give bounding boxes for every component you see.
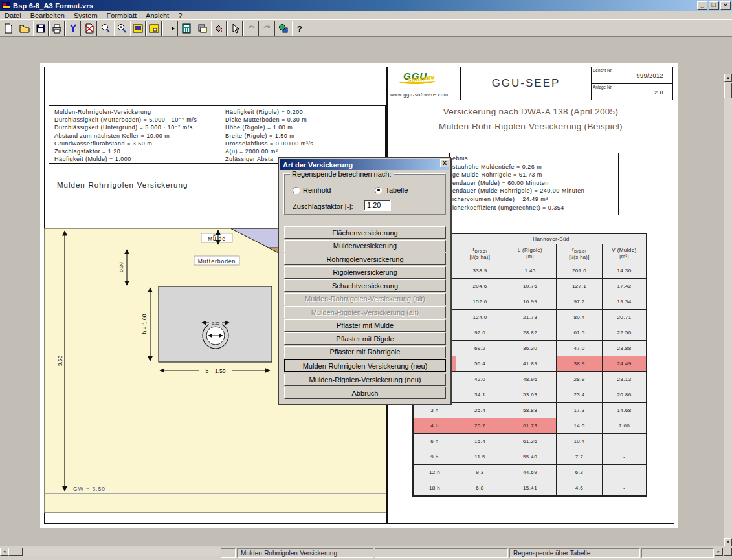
parameter-line-right-2: Höhe (Rigole) = 1.00 m (225, 124, 313, 131)
radio-tabelle[interactable]: Tabelle (375, 186, 408, 194)
redo-icon[interactable] (260, 21, 275, 36)
vertical-scrollbar-thumb[interactable] (724, 83, 732, 98)
table-cell-r8-c1: 34.1 (456, 387, 504, 402)
table-cell-r6-c2: 41.89 (504, 356, 556, 371)
print-icon[interactable] (49, 21, 65, 36)
table-cell-r1-c3: 127.1 (557, 279, 602, 294)
close-button[interactable]: × (720, 1, 731, 10)
minimize-button[interactable]: _ (697, 1, 707, 10)
svg-text:Mutterboden: Mutterboden (198, 258, 236, 264)
menu-datei[interactable]: Datei (0, 12, 26, 19)
horizontal-scrollbar[interactable]: ◄ (0, 548, 220, 556)
menu-bearbeiten[interactable]: Bearbeiten (26, 12, 69, 19)
toolbar: ? (0, 20, 732, 37)
scroll-up-icon[interactable]: ▲ (724, 74, 732, 82)
menu-system[interactable]: System (69, 12, 102, 19)
table-cell-r0-c1: 338.9 (456, 263, 504, 278)
report-header: GGU Software www.ggu-software.com GGU-SE… (387, 67, 673, 100)
dialog-button-mulden-rigolen-versickerung-neu-[interactable]: Mulden-Rigolen-Versickerung (neu) (284, 374, 446, 386)
factor-input[interactable]: 1.20 (364, 200, 391, 211)
radio-tabelle-circle[interactable] (375, 187, 382, 194)
maximize-button[interactable]: ❐ (709, 1, 719, 10)
dialog-button-pflaster-mit-mulde[interactable]: Pflaster mit Mulde (284, 319, 446, 332)
radio-reinhold[interactable]: Reinhold (293, 186, 331, 194)
dialog-button-muldenversickerung[interactable]: Muldenversickerung (284, 240, 446, 252)
radio-reinhold-label: Reinhold (303, 186, 331, 194)
settings-wrench-icon[interactable] (65, 21, 81, 36)
menu-help[interactable]: ? (173, 12, 186, 19)
dialog-button-abbruch[interactable]: Abbruch (284, 387, 446, 399)
table-cell-r4-c3: 61.5 (557, 325, 602, 340)
table-cell-r12-c0: 9 h (414, 449, 456, 464)
dialog-button-mulden-rohrrigolen-versickerung-alt-: Mulden-Rohrrigolen-Versickerung (alt) (284, 293, 446, 305)
table-cell-r13-c0: 12 h (414, 465, 456, 480)
scroll-right-icon[interactable]: ► (715, 548, 723, 556)
table-cell-r3-c3: 80.4 (557, 310, 602, 325)
table-cell-r9-c3: 17.3 (557, 403, 602, 418)
document-titles: Versickerung nach DWA-A 138 (April 2005)… (388, 107, 673, 131)
table-cell-r7-c4: 23.13 (603, 372, 646, 387)
table-column-header-2: rD(1.0)[l/(s·ha)] (557, 244, 602, 263)
open-folder-icon[interactable] (17, 21, 32, 36)
table-cell-r14-c3: 4.6 (557, 480, 602, 495)
zoom-in-icon[interactable] (114, 21, 129, 36)
undo-icon[interactable] (243, 21, 259, 36)
svg-text:Mulde: Mulde (208, 235, 226, 242)
title-bar: Bsp 6-8_A3 Format.vrs _ ❐ × (0, 0, 732, 11)
save-icon[interactable] (33, 21, 49, 36)
svg-text:0.26: 0.26 (212, 234, 216, 241)
results-box: ebnisstauhöhe Muldentiefe = 0.26 mge Mul… (449, 153, 619, 215)
dialog-title-text: Art der Versickerung (283, 161, 353, 169)
horizontal-scrollbar-thumb[interactable] (8, 548, 23, 556)
table-cell-r5-c3: 47.0 (557, 341, 602, 356)
next-arrow-icon[interactable] (162, 21, 178, 36)
table-cell-r3-c1: 124.0 (456, 310, 504, 325)
page-format-icon[interactable] (130, 21, 146, 36)
table-cell-r13-c2: 44.69 (504, 465, 556, 480)
dialog-button-rigolenversickerung[interactable]: Rigolenversickerung (284, 266, 446, 279)
dialog-button-list: FlächenversickerungMuldenversickerungRoh… (284, 226, 446, 400)
table-cell-r9-c0: 3 h (414, 403, 456, 418)
radio-tabelle-label: Tabelle (385, 186, 408, 194)
scroll-down-icon[interactable]: ▼ (724, 538, 732, 546)
pointer-icon[interactable] (227, 21, 243, 36)
vertical-scrollbar[interactable]: ▲ ▼ (724, 74, 732, 560)
page-miniature-icon[interactable] (146, 21, 162, 36)
table-cell-r0-c4: 14.30 (603, 263, 646, 278)
dialog-button-pflaster-mit-rigole[interactable]: Pflaster mit Rigole (284, 332, 446, 345)
dialog-button-pflaster-mit-rohrrigole[interactable]: Pflaster mit Rohrrigole (284, 346, 446, 358)
annex-number-label: Anlage Nr. (593, 85, 612, 89)
table-cell-r3-c4: 20.71 (603, 310, 646, 325)
fill-color-icon[interactable] (211, 21, 227, 36)
dialog-close-icon[interactable]: X (440, 159, 449, 167)
table-column-header-1: L (Rigole)[m] (504, 244, 556, 263)
copy-format-icon[interactable] (195, 21, 210, 36)
table-cell-r5-c4: 23.88 (603, 341, 646, 356)
table-cell-r14-c2: 15.41 (504, 480, 556, 495)
table-cell-r13-c1: 9.3 (456, 465, 504, 480)
table-cell-r6-c3: 38.9 (557, 356, 602, 371)
dialog-button-mulden-rohrrigolen-versickerung-neu-[interactable]: Mulden-Rohrrigolen-Versickerung (neu) (284, 359, 446, 372)
dialog-button-schachtversickerung[interactable]: Schachtversickerung (284, 279, 446, 292)
svg-text:0.25: 0.25 (212, 321, 219, 325)
parameter-line-right-0: Häufigkeit (Rigole) = 0.200 (225, 108, 313, 116)
dialog-title-bar[interactable]: Art der Versickerung (280, 159, 449, 170)
table-cell-r1-c2: 10.76 (504, 279, 556, 294)
parameter-line-left-6: Häufigkeit (Mulde) = 1.000 (54, 155, 197, 163)
table-cell-r0-c2: 1.45 (504, 263, 556, 278)
table-cell-r14-c4: - (603, 480, 646, 495)
zoom-out-icon[interactable] (98, 21, 113, 36)
menu-ansicht[interactable]: Ansicht (141, 12, 173, 19)
dialog-button-flächenversickerung[interactable]: Flächenversickerung (284, 226, 446, 239)
menu-formblatt[interactable]: Formblatt (102, 12, 141, 19)
dialog-button-rohrrigolenversickerung[interactable]: Rohrrigolenversickerung (284, 253, 446, 265)
delete-page-icon[interactable] (82, 21, 97, 36)
company-logo: GGU Software www.ggu-software.com (388, 67, 461, 100)
radio-reinhold-circle[interactable] (293, 187, 300, 194)
scroll-left-icon[interactable]: ◄ (0, 548, 8, 556)
svg-text:GW = 3.50: GW = 3.50 (73, 486, 105, 492)
calculator-icon[interactable] (179, 21, 194, 36)
help-icon[interactable]: ? (292, 21, 307, 36)
new-file-icon[interactable] (1, 21, 16, 36)
objects-icon[interactable] (276, 21, 291, 36)
